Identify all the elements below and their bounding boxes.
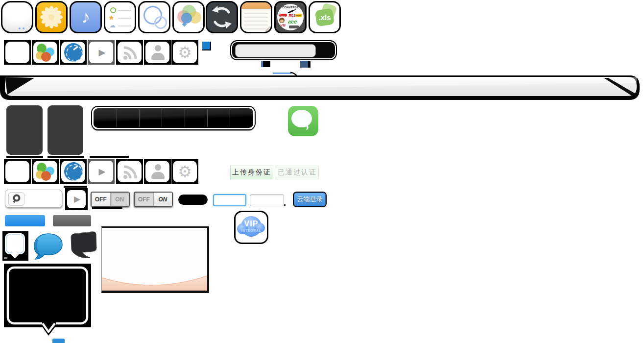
person-tile-icon[interactable] bbox=[144, 159, 171, 184]
toggle-off-label: OFF bbox=[135, 193, 153, 206]
gear-face: ⚙ bbox=[173, 161, 197, 182]
popup-card bbox=[101, 226, 209, 293]
blue-underline bbox=[273, 73, 291, 74]
gear-icon: ⚙ bbox=[178, 164, 192, 179]
note-line bbox=[244, 21, 268, 22]
color-circles-tile-icon[interactable] bbox=[32, 40, 59, 65]
search-bar[interactable] bbox=[230, 40, 337, 60]
orange-circle bbox=[41, 171, 51, 181]
title-bar bbox=[0, 74, 641, 102]
notes-header-band bbox=[241, 2, 271, 9]
chat-bubbles-app-icon[interactable] bbox=[172, 1, 205, 33]
gear-face: ⚙ bbox=[173, 42, 197, 63]
black-pill bbox=[178, 195, 208, 205]
note-line bbox=[244, 13, 268, 14]
segmented-toolbar[interactable] bbox=[92, 107, 255, 129]
mini-swatch-slate bbox=[300, 61, 310, 68]
monkey-muzzle bbox=[280, 20, 284, 23]
segment-divider bbox=[207, 109, 208, 127]
rss-face bbox=[118, 42, 142, 63]
music-note-icon: ♪ bbox=[81, 7, 90, 27]
clock-tile-icon[interactable] bbox=[60, 159, 87, 184]
clock-tile-icon[interactable] bbox=[60, 40, 87, 65]
play-face: ▶ bbox=[89, 42, 113, 63]
gear-tile-icon[interactable]: ⚙ bbox=[171, 40, 198, 65]
play-tile-icon[interactable]: ▶ bbox=[88, 159, 115, 184]
person-tile-icon[interactable] bbox=[144, 40, 171, 65]
person-face bbox=[145, 161, 169, 182]
vip-subtitle: INTEGRAL bbox=[236, 229, 267, 232]
gray-button-blank[interactable] bbox=[53, 215, 91, 226]
orange-circle bbox=[41, 52, 51, 62]
segment-divider bbox=[117, 109, 117, 127]
play-face: ▶ bbox=[89, 161, 113, 182]
blank-squircle-app-icon[interactable] bbox=[1, 1, 33, 33]
toggle-on-label: ON bbox=[111, 193, 129, 206]
blue-dot bbox=[19, 27, 21, 29]
toggle-on-label: ON bbox=[153, 193, 172, 206]
color-circles-tile-icon[interactable] bbox=[32, 159, 59, 184]
brands-circle: CONVERSE G-JONES 周11 fayer VB ace bbox=[277, 4, 304, 30]
verified-button[interactable]: 已通过认证 bbox=[276, 166, 319, 179]
blank-tile-icon[interactable] bbox=[4, 159, 31, 184]
flower-icon bbox=[37, 2, 66, 32]
play-button-tile[interactable]: ▶ bbox=[65, 188, 88, 210]
vip-integral-icon[interactable]: VIP INTEGRAL bbox=[234, 211, 268, 244]
segment-divider bbox=[230, 109, 230, 127]
notes-app-icon[interactable] bbox=[240, 1, 272, 33]
rss-face bbox=[118, 161, 142, 182]
flower-photos-app-icon[interactable] bbox=[35, 1, 68, 33]
search-bar-field[interactable] bbox=[235, 44, 316, 57]
text-input[interactable] bbox=[250, 194, 284, 206]
circles-face bbox=[33, 42, 57, 63]
toggle-shadow bbox=[92, 207, 122, 209]
circles-app-icon[interactable] bbox=[138, 1, 170, 33]
xls-label: .xls bbox=[316, 11, 334, 23]
focused-text-input[interactable] bbox=[213, 194, 246, 206]
nike-swoosh-icon bbox=[287, 9, 297, 13]
messages-app-icon[interactable] bbox=[288, 106, 318, 136]
music-app-icon[interactable]: ♪ bbox=[70, 1, 102, 33]
blue-button-blank[interactable] bbox=[5, 215, 45, 226]
shadow-bar bbox=[48, 156, 84, 158]
sync-app-icon[interactable] bbox=[206, 1, 238, 33]
rss-icon bbox=[122, 164, 139, 180]
rss-tile-icon[interactable] bbox=[116, 159, 143, 184]
blank-face bbox=[5, 42, 29, 63]
toggle-on-selected[interactable]: OFF ON bbox=[134, 192, 173, 207]
black-speech-bubble[interactable] bbox=[4, 264, 91, 336]
dark-card bbox=[6, 105, 43, 155]
gray-dash bbox=[4, 257, 7, 259]
blue-speech-bubble[interactable] bbox=[32, 230, 65, 263]
play-button-face: ▶ bbox=[67, 190, 86, 208]
play-icon: ▶ bbox=[97, 166, 106, 177]
list-line bbox=[118, 18, 131, 19]
peach-footer-curve bbox=[102, 270, 207, 291]
cloud-login-button[interactable]: 云端登录 bbox=[294, 193, 326, 206]
reminders-list-app-icon[interactable]: * ☁ bbox=[104, 1, 136, 33]
dark-speech-bubble[interactable] bbox=[67, 229, 99, 261]
list-line bbox=[118, 25, 131, 26]
rss-tile-icon[interactable] bbox=[116, 40, 143, 65]
mini-swatch-dark bbox=[261, 61, 270, 67]
upload-id-button[interactable]: 上传身份证 bbox=[230, 166, 273, 179]
brand-converse-label: CONVERSE bbox=[277, 6, 304, 9]
brand-m11-label: 周11 bbox=[288, 13, 295, 18]
clock-face bbox=[61, 161, 85, 182]
toggle-off-label: OFF bbox=[92, 193, 111, 206]
xls-file-app-icon[interactable]: .xls bbox=[309, 1, 341, 33]
gear-icon: ⚙ bbox=[178, 45, 192, 60]
blue-fragment bbox=[52, 339, 65, 343]
person-body-icon bbox=[151, 53, 165, 60]
gear-tile-icon[interactable]: ⚙ bbox=[171, 159, 198, 184]
note-line bbox=[244, 24, 268, 25]
note-line bbox=[244, 17, 268, 18]
search-icon bbox=[12, 194, 22, 204]
toggle-off-selected[interactable]: OFF ON bbox=[91, 192, 130, 207]
brands-collage-app-icon[interactable]: CONVERSE G-JONES 周11 fayer VB ace bbox=[274, 1, 307, 33]
blank-tile-icon[interactable] bbox=[4, 40, 31, 65]
play-tile-icon[interactable]: ▶ bbox=[88, 40, 115, 65]
white-bubble-tile[interactable] bbox=[2, 231, 28, 261]
small-search-input[interactable] bbox=[5, 190, 62, 208]
page-curl bbox=[265, 26, 270, 31]
